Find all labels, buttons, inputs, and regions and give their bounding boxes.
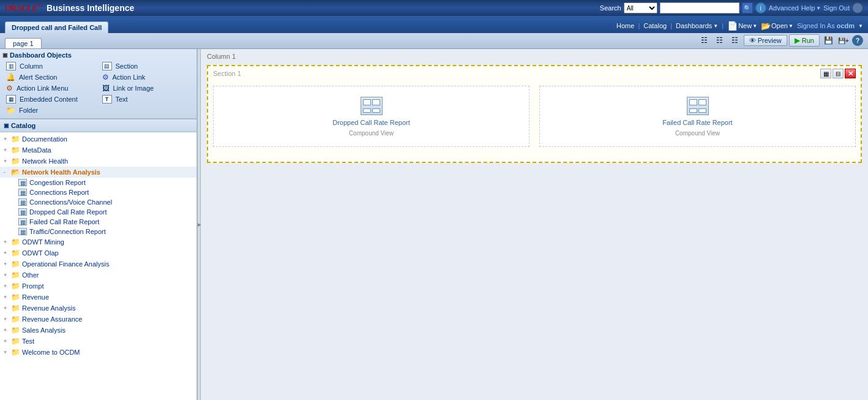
app-title: Business Intelligence bbox=[47, 3, 134, 13]
catalog-item-failed-call[interactable]: ▦ Failed Call Rate Report bbox=[0, 217, 196, 227]
expand-icon: + bbox=[4, 147, 11, 153]
signout-button[interactable]: Sign Out bbox=[823, 4, 850, 12]
search-label: Search bbox=[600, 4, 621, 12]
dashboard-tab[interactable]: Dropped call and Failed Call bbox=[5, 21, 108, 33]
catalog-item-traffic-connection[interactable]: ▦ Traffic/Connection Report bbox=[0, 227, 196, 236]
embedded-content-icon: ▦ bbox=[6, 95, 16, 104]
catalog-item-network-health-analysis[interactable]: - 📂 Network Health Analysis bbox=[0, 167, 196, 178]
help-button[interactable]: Help▼ bbox=[801, 4, 821, 12]
signout-icon[interactable] bbox=[852, 2, 863, 13]
report-type-2: Compound View bbox=[675, 130, 720, 137]
folder-icon: 📁 bbox=[11, 282, 20, 290]
search-button[interactable]: 🔍 bbox=[742, 2, 753, 13]
obj-link-image[interactable]: 🖼 Link or Image bbox=[99, 83, 195, 94]
panel-divider[interactable]: ▶ bbox=[197, 49, 201, 400]
dashboards-button[interactable]: Dashboards▼ bbox=[676, 22, 718, 29]
catalog-item-sales-analysis[interactable]: + 📁 Sales Analysis bbox=[0, 325, 196, 336]
catalog-section: ▣ Catalog + 📁 Documentation + 📁 MetaData bbox=[0, 119, 196, 400]
report-icon: ▦ bbox=[18, 179, 27, 186]
catalog-item-operational-finance[interactable]: + 📁 Operational Finance Analysis bbox=[0, 258, 196, 270]
obj-action-link[interactable]: ⚙ Action Link bbox=[99, 72, 195, 83]
catalog-item-welcome[interactable]: + 📁 Welcome to OCDM bbox=[0, 347, 196, 358]
home-button[interactable]: Home bbox=[616, 22, 634, 29]
help-icon-toolbar[interactable]: ? bbox=[852, 35, 863, 46]
folder-icon: 📁 bbox=[11, 249, 20, 257]
catalog-item-test[interactable]: + 📁 Test bbox=[0, 336, 196, 347]
folder-icon: 📁 bbox=[11, 348, 20, 357]
catalog-item-revenue[interactable]: + 📁 Revenue bbox=[0, 292, 196, 303]
catalog-item-revenue-assurance[interactable]: + 📁 Revenue Assurance bbox=[0, 314, 196, 325]
folder-icon: 📁 bbox=[11, 304, 20, 312]
search-input[interactable] bbox=[660, 2, 739, 13]
second-bar: Dropped call and Failed Call Home | Cata… bbox=[0, 16, 868, 33]
folder-icon: 📁 bbox=[11, 315, 20, 323]
report-icon: ▦ bbox=[18, 208, 27, 216]
section1-actions: ▦ ⊟ ✕ bbox=[820, 69, 856, 78]
save-icon[interactable]: 💾 bbox=[821, 34, 835, 47]
obj-embedded-content[interactable]: ▦ Embedded Content bbox=[2, 94, 99, 105]
expand-icon: + bbox=[4, 136, 11, 142]
link-image-icon: 🖼 bbox=[102, 84, 110, 92]
obj-section[interactable]: ▤ Section bbox=[99, 61, 195, 72]
catalog-item-metadata[interactable]: + 📁 MetaData bbox=[0, 145, 196, 156]
folder-icon: 📁 bbox=[11, 326, 20, 334]
report-icon: ▦ bbox=[18, 228, 27, 235]
obj-action-link-menu[interactable]: ⚙ Action Link Menu bbox=[2, 83, 99, 94]
save-as-icon[interactable]: 💾+ bbox=[837, 34, 850, 47]
open-button[interactable]: 📂 Open ▼ bbox=[761, 21, 793, 31]
new-icon: 📄 bbox=[727, 21, 738, 31]
obj-text[interactable]: T Text bbox=[99, 94, 195, 105]
expand-icon: + bbox=[4, 283, 11, 289]
search-scope-select[interactable]: All bbox=[624, 2, 657, 13]
main-content: ▣ Dashboard Objects ▥ Column ▤ Section 🔔… bbox=[0, 49, 868, 400]
dashboard-objects-section: ▣ Dashboard Objects ▥ Column ▤ Section 🔔… bbox=[0, 49, 196, 119]
column1-label: Column 1 bbox=[201, 49, 868, 62]
folder-icon: 📁 bbox=[11, 260, 20, 268]
report-box-dropped-call[interactable]: Dropped Call Rate Report Compound View bbox=[213, 86, 529, 147]
report-icon: ▦ bbox=[18, 218, 27, 225]
toolbar-icon-1[interactable]: ☷ bbox=[698, 34, 711, 47]
catalog-item-revenue-analysis[interactable]: + 📁 Revenue Analysis bbox=[0, 303, 196, 314]
catalog-tree[interactable]: + 📁 Documentation + 📁 MetaData + 📁 Netwo… bbox=[0, 132, 196, 400]
page-tab[interactable]: page 1 bbox=[5, 38, 42, 48]
preview-button[interactable]: 👁 Preview bbox=[744, 35, 787, 46]
section-delete-button[interactable]: ✕ bbox=[845, 69, 856, 78]
catalog-item-dropped-call[interactable]: ▦ Dropped Call Rate Report bbox=[0, 207, 196, 217]
toolbar-icon-2[interactable]: ☷ bbox=[713, 34, 727, 47]
expand-icon: + bbox=[4, 349, 11, 355]
catalog-button[interactable]: Catalog bbox=[643, 22, 667, 29]
dashboard-objects-list: ▥ Column ▤ Section 🔔 Alert Section ⚙ Act… bbox=[2, 61, 194, 116]
obj-column[interactable]: ▥ Column bbox=[2, 61, 99, 72]
catalog-item-connections-voice[interactable]: ▦ Connections/Voice Channel bbox=[0, 197, 196, 207]
obj-alert-section[interactable]: 🔔 Alert Section bbox=[2, 72, 99, 83]
catalog-item-documentation[interactable]: + 📁 Documentation bbox=[0, 134, 196, 145]
obj-folder[interactable]: 📁 Folder bbox=[2, 105, 99, 116]
section-format-button[interactable]: ▦ bbox=[820, 69, 831, 78]
toolbar-icon-3[interactable]: ☷ bbox=[728, 34, 742, 47]
catalog-item-other[interactable]: + 📁 Other bbox=[0, 270, 196, 281]
catalog-item-congestion-report[interactable]: ▦ Congestion Report bbox=[0, 178, 196, 187]
folder-obj-icon: 📁 bbox=[6, 106, 15, 115]
advanced-link[interactable]: Advanced bbox=[769, 4, 799, 12]
section-layout-button[interactable]: ⊟ bbox=[832, 69, 844, 78]
dashboard-objects-header[interactable]: ▣ Dashboard Objects bbox=[2, 51, 194, 59]
text-icon: T bbox=[102, 95, 112, 104]
catalog-item-odwt-olap[interactable]: + 📁 ODWT Olap bbox=[0, 247, 196, 258]
new-button[interactable]: 📄 New ▼ bbox=[727, 21, 757, 31]
collapse-icon: ▣ bbox=[2, 52, 8, 58]
catalog-header[interactable]: ▣ Catalog bbox=[0, 119, 196, 132]
report-name-1: Dropped Call Rate Report bbox=[332, 119, 410, 126]
section1-header: Section 1 ▦ ⊟ ✕ bbox=[208, 66, 861, 81]
report-box-failed-call[interactable]: Failed Call Rate Report Compound View bbox=[539, 86, 856, 147]
report-icon: ▦ bbox=[18, 198, 27, 206]
run-button[interactable]: ▶ Run bbox=[789, 34, 820, 47]
info-icon[interactable]: i bbox=[755, 2, 766, 13]
catalog-item-connections-report[interactable]: ▦ Connections Report bbox=[0, 187, 196, 197]
catalog-item-prompt[interactable]: + 📁 Prompt bbox=[0, 281, 196, 292]
catalog-item-odwt-mining[interactable]: + 📁 ODWT Mining bbox=[0, 236, 196, 247]
folder-icon: 📁 bbox=[11, 293, 20, 301]
toolbar-right: ☷ ☷ ☷ 👁 Preview ▶ Run 💾 💾+ ? bbox=[698, 34, 863, 48]
report-name-2: Failed Call Rate Report bbox=[662, 119, 732, 126]
catalog-collapse-icon: ▣ bbox=[4, 123, 9, 129]
catalog-item-network-health[interactable]: + 📁 Network Health bbox=[0, 156, 196, 167]
